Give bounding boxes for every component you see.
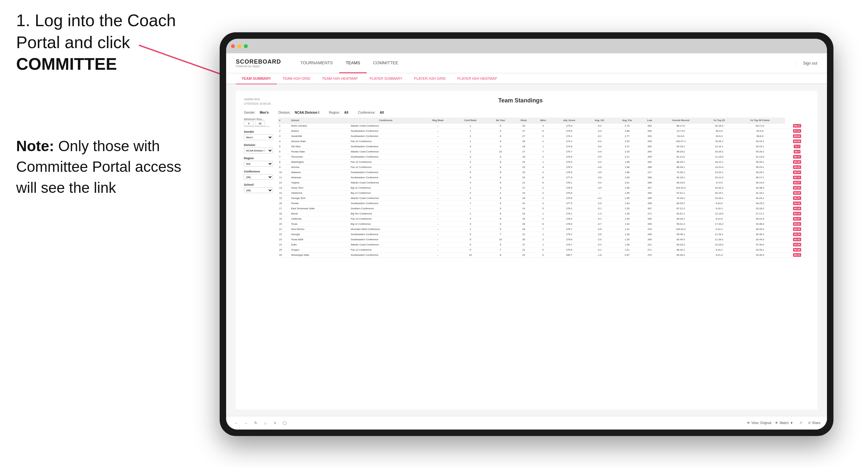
table-cell: 32-44-3: [735, 237, 785, 242]
col-reg-rank: Reg Rank: [422, 118, 454, 123]
table-cell: 9: [487, 128, 514, 134]
table-cell: 80.54: [785, 232, 809, 237]
col-vs-top50: Vs Top 50 Points: [735, 118, 785, 123]
browser-fullscreen-btn[interactable]: [244, 44, 248, 48]
sub-nav-team-h2h-grid[interactable]: TEAM H2H GRID: [277, 73, 316, 84]
range-slider[interactable]: [244, 126, 270, 127]
table-cell: 13: [278, 185, 290, 191]
table-cell: 80.94: [785, 185, 809, 191]
nav-item-committee[interactable]: COMMITTEE: [367, 53, 405, 73]
sub-nav-player-summary[interactable]: PLAYER SUMMARY: [364, 73, 408, 84]
table-cell: 2.01: [613, 180, 641, 185]
table-cell: 4: [454, 216, 487, 222]
table-cell: 1.44: [613, 222, 641, 227]
toolbar-home-btn[interactable]: ⌂: [262, 419, 269, 427]
table-cell: 278.9: [553, 222, 586, 227]
toolbar-left: ← → ↻ ⌂ ⇓ ◯: [232, 419, 288, 427]
toolbar-refresh-btn[interactable]: ↻: [252, 419, 259, 427]
table-cell: –: [422, 149, 454, 154]
min-rounds-max-input[interactable]: [255, 121, 265, 126]
table-cell: 36-17-1: [735, 175, 785, 180]
table-cell: 262: [641, 160, 658, 165]
table-cell: -3.8: [586, 232, 613, 237]
conference-select[interactable]: (All): [244, 174, 273, 180]
nav-item-teams[interactable]: TEAMS: [339, 53, 367, 73]
table-cell: 12-14-1: [703, 144, 735, 149]
table-cell: 14: [278, 191, 290, 196]
table-cell: 23-18-2: [735, 206, 785, 211]
table-cell: 5: [454, 170, 487, 175]
browser-close-btn[interactable]: [231, 44, 235, 48]
table-cell: Southeastern Conference: [349, 201, 422, 206]
table-cell: 273.6: [553, 128, 586, 134]
table-cell: 1: [454, 128, 487, 134]
col-avg-sg: Avg. SG: [586, 118, 613, 123]
col-rnds: Rnds: [514, 118, 534, 123]
region-select[interactable]: N/A: [244, 161, 273, 167]
table-cell: 33-25-2: [703, 149, 735, 154]
view-original-btn[interactable]: 👁 View: Original: [747, 421, 771, 425]
sign-out-button[interactable]: Sign out: [796, 61, 817, 66]
sub-nav-player-h2h-grid[interactable]: PLAYER H2H GRID: [408, 73, 452, 84]
sub-nav-team-summary[interactable]: TEAM SUMMARY: [236, 73, 277, 84]
table-cell: 19: [278, 216, 290, 222]
table-cell: 279.1: [553, 211, 586, 216]
min-rounds-min-input[interactable]: [244, 121, 254, 126]
gender-select[interactable]: Men's: [244, 134, 273, 140]
toolbar-expand-btn[interactable]: ↗: [797, 419, 804, 427]
table-cell: 255: [641, 154, 658, 160]
table-cell: Southeastern Conference: [349, 253, 422, 258]
nav-items: TOURNAMENTS TEAMS COMMITTEE: [294, 53, 796, 73]
toolbar-back-btn[interactable]: ←: [232, 419, 240, 427]
sub-nav-player-h2h-heatmap[interactable]: PLAYER H2H HEATMAP: [452, 73, 503, 84]
table-cell: 90-33-2: [658, 242, 703, 247]
table-cell: 83.49: [785, 160, 809, 165]
sub-nav-team-h2h-heatmap[interactable]: TEAM H2H HEATMAP: [316, 73, 364, 84]
table-cell: 12: [278, 180, 290, 185]
division-select[interactable]: NCAA Division I: [244, 148, 273, 153]
table-cell: 4: [534, 123, 553, 128]
nav-item-tournaments[interactable]: TOURNAMENTS: [294, 53, 339, 73]
table-cell: 271: [641, 247, 658, 253]
browser-minimize-btn[interactable]: [238, 44, 241, 48]
share-button[interactable]: ↺ Share: [808, 421, 820, 425]
table-cell: Southeastern Conference: [349, 134, 422, 139]
table-cell: -2.0: [586, 237, 613, 242]
table-row: 2AuburnSoutheastern Conference–19276273.…: [278, 128, 809, 134]
division-filter-display: Division: NCAA Division I: [278, 111, 319, 114]
table-cell: 18: [514, 144, 534, 149]
table-cell: 274.1: [553, 134, 586, 139]
table-row: 15Georgia TechAtlantic Coast Conference–…: [278, 196, 809, 201]
table-cell: 279.6: [553, 237, 586, 242]
table-cell: 2: [454, 134, 487, 139]
toolbar-download-btn[interactable]: ⇓: [271, 419, 278, 427]
table-cell: –: [422, 232, 454, 237]
toolbar-clock-btn[interactable]: ◯: [281, 419, 288, 427]
table-row: 23Texas A&MSoutheastern Conference–91030…: [278, 237, 809, 242]
table-row: 20TexasBig 12 Conference–38268278.9-0.71…: [278, 222, 809, 227]
table-cell: –: [422, 134, 454, 139]
table-cell: 8: [487, 180, 514, 185]
table-cell: -5.2: [586, 123, 613, 128]
table-row: 25OregonPac-12 Conference–57210279.5-3.1…: [278, 247, 809, 253]
table-cell: Southeastern Conference: [349, 144, 422, 149]
watch-button[interactable]: 👁 Watch ▼: [775, 421, 793, 425]
table-cell: -1.4: [586, 211, 613, 216]
table-cell: 1.90: [613, 175, 641, 180]
app-content: SCOREBOARD Powered by clippd TOURNAMENTS…: [226, 53, 827, 430]
table-cell: 18: [278, 211, 290, 216]
table-cell: 0: [534, 253, 553, 258]
table-cell: Southeastern Conference: [349, 237, 422, 242]
toolbar-forward-btn[interactable]: →: [242, 419, 249, 427]
table-cell: 15: [278, 196, 290, 201]
table-cell: 8: [487, 134, 514, 139]
table-cell: 42-6-0: [703, 134, 735, 139]
table-cell: –: [422, 222, 454, 227]
table-cell: 27: [514, 185, 534, 191]
table-cell: -4.0: [586, 160, 613, 165]
sub-nav: TEAM SUMMARY TEAM H2H GRID TEAM H2H HEAT…: [226, 73, 827, 84]
table-row: 16FloridaSoutheastern Conference–7924427…: [278, 201, 809, 206]
school-select[interactable]: (All): [244, 187, 273, 193]
table-cell: 7: [278, 154, 290, 160]
table-row: 18IllinoisBig Ten Conference–18231279.1-…: [278, 211, 809, 216]
